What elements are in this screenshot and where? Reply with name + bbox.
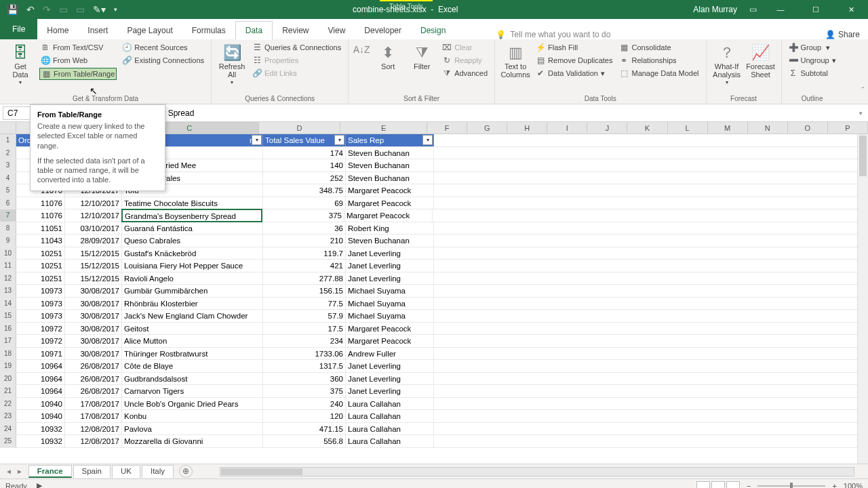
ungroup-button[interactable]: ➖Ungroup ▾	[787, 55, 837, 66]
table-cell[interactable]: 375	[263, 385, 346, 397]
col-header[interactable]: K	[627, 122, 667, 134]
queries-connections-button[interactable]: ☰Queries & Connections	[251, 42, 342, 53]
col-header[interactable]: P	[828, 122, 868, 134]
col-header[interactable]: N	[748, 122, 788, 134]
row-header[interactable]: 15	[0, 310, 16, 322]
table-cell[interactable]: 119.7	[263, 247, 346, 260]
row-header[interactable]: 23	[0, 410, 16, 422]
table-cell[interactable]: Janet Leverling	[346, 260, 434, 272]
qat-more-icon[interactable]: ▾	[114, 6, 117, 13]
table-cell[interactable]: 12/08/2017	[65, 435, 122, 447]
table-cell[interactable]: Michael Suyama	[346, 310, 434, 322]
share-button[interactable]: 👤 Share	[825, 30, 860, 39]
table-cell[interactable]: Alice Mutton	[122, 335, 263, 347]
tab-developer[interactable]: Developer	[355, 22, 411, 39]
edit-links-button[interactable]: 🔗Edit Links	[251, 68, 342, 79]
name-box[interactable]: C7	[3, 106, 33, 120]
table-cell[interactable]: Gudbrandsdalsost	[122, 373, 263, 385]
row-header[interactable]: 7	[0, 209, 16, 222]
table-cell[interactable]: 36	[263, 222, 346, 235]
flash-fill-button[interactable]: ⚡Flash Fill	[534, 42, 614, 53]
subtotal-button[interactable]: ΣSubtotal	[787, 68, 837, 79]
from-table-range-button[interactable]: ▦From Table/Range	[39, 68, 117, 80]
table-cell[interactable]: Konbu	[122, 410, 263, 422]
touch-mode-icon[interactable]: ▭	[76, 4, 85, 15]
table-cell[interactable]: 12/08/2017	[65, 423, 122, 435]
col-header[interactable]: M	[708, 122, 748, 134]
table-cell[interactable]: 10964	[16, 373, 65, 385]
row-header[interactable]: 4	[0, 172, 16, 184]
table-cell[interactable]: 252	[263, 172, 346, 184]
table-cell[interactable]: Michael Suyama	[346, 285, 434, 297]
filter-dropdown-icon[interactable]: ▾	[422, 135, 433, 145]
sort-asc-button[interactable]: A↓Z	[354, 42, 369, 55]
sort-button[interactable]: ⬍ Sort	[373, 42, 403, 70]
row-header[interactable]: 25	[0, 435, 16, 447]
filter-dropdown-icon[interactable]: ▾	[334, 135, 344, 145]
table-cell[interactable]: Laura Callahan	[346, 398, 434, 410]
table-cell[interactable]: 240	[263, 398, 346, 410]
from-web-button[interactable]: 🌐From Web	[39, 55, 117, 66]
col-header[interactable]: O	[788, 122, 828, 134]
table-cell[interactable]: 277.88	[263, 272, 346, 285]
table-cell[interactable]: 28/09/2017	[65, 235, 122, 247]
table-cell[interactable]: Margaret Peacock	[346, 323, 434, 335]
table-cell[interactable]: 10971	[16, 348, 65, 360]
table-cell[interactable]: Ravioli Angelo	[122, 272, 263, 285]
row-header[interactable]: 24	[0, 423, 16, 435]
table-cell[interactable]: 17/08/2017	[65, 398, 122, 410]
table-cell[interactable]: Janet Leverling	[346, 247, 434, 260]
table-cell[interactable]: 10932	[16, 423, 65, 435]
table-cell[interactable]: 10973	[16, 285, 65, 297]
table-cell[interactable]: 10972	[16, 335, 65, 347]
table-cell[interactable]: Robert King	[346, 222, 434, 235]
user-name[interactable]: Alan Murray	[693, 5, 737, 14]
table-cell[interactable]: Guaraná Fantástica	[122, 222, 263, 235]
table-cell[interactable]: Pavlova	[122, 423, 263, 435]
row-header[interactable]: 6	[0, 197, 16, 209]
zoom-out-icon[interactable]: −	[747, 482, 751, 489]
table-cell[interactable]: Laura Callahan	[346, 410, 434, 422]
table-cell[interactable]: Steven Buchanan	[346, 172, 434, 184]
get-data-button[interactable]: 🗄 Get Data▾	[5, 42, 35, 86]
table-cell[interactable]: 30/08/2017	[65, 348, 122, 360]
col-header[interactable]: F	[427, 122, 467, 134]
vertical-scrollbar[interactable]	[857, 134, 868, 464]
expand-formula-icon[interactable]: ▾	[854, 110, 868, 117]
zoom-in-icon[interactable]: +	[832, 482, 836, 489]
sheet-tab-france[interactable]: France	[28, 465, 72, 478]
filter-button[interactable]: ⧩ Filter	[407, 42, 437, 70]
undo-icon[interactable]: ↶	[26, 4, 35, 15]
sheet-tab-italy[interactable]: Italy	[142, 465, 174, 478]
tell-me-search[interactable]: 💡 Tell me what you want to do	[496, 30, 610, 39]
what-if-button[interactable]: ？ What-If Analysis▾	[712, 42, 742, 86]
row-header[interactable]: 9	[0, 235, 16, 247]
table-cell[interactable]: Carnarvon Tigers	[122, 385, 263, 397]
col-header[interactable]: E	[340, 122, 427, 134]
table-cell[interactable]: Uncle Bob's Organic Dried Pears	[122, 398, 263, 410]
table-cell[interactable]: 57.9	[263, 310, 346, 322]
table-cell[interactable]: 360	[263, 373, 346, 385]
table-cell[interactable]: Margaret Peacock	[346, 335, 434, 347]
tab-page-layout[interactable]: Page Layout	[117, 22, 182, 39]
row-header[interactable]: 13	[0, 285, 16, 297]
table-cell[interactable]: Andrew Fuller	[346, 348, 434, 360]
data-validation-button[interactable]: ✔Data Validation ▾	[534, 68, 614, 79]
tab-formulas[interactable]: Formulas	[182, 22, 235, 39]
table-cell[interactable]: Laura Callahan	[346, 435, 434, 447]
table-header-cell[interactable]: Sales Rep▾	[346, 134, 434, 146]
row-header[interactable]: 14	[0, 298, 16, 310]
table-cell[interactable]: 10932	[16, 435, 65, 447]
table-cell[interactable]: 174	[263, 147, 346, 159]
table-cell[interactable]: 26/08/2017	[65, 373, 122, 385]
table-cell[interactable]: 26/08/2017	[65, 385, 122, 397]
col-header[interactable]: D	[259, 122, 340, 134]
table-cell[interactable]: 15/12/2015	[65, 260, 122, 272]
row-header[interactable]: 12	[0, 272, 16, 285]
table-cell[interactable]: Steven Buchanan	[346, 235, 434, 247]
table-cell[interactable]: 421	[263, 260, 346, 272]
table-cell[interactable]: Steven Buchanan	[346, 159, 434, 171]
table-cell[interactable]: 30/08/2017	[65, 298, 122, 310]
table-cell[interactable]: Mozzarella di Giovanni	[122, 435, 263, 447]
table-cell[interactable]: 210	[263, 235, 346, 247]
